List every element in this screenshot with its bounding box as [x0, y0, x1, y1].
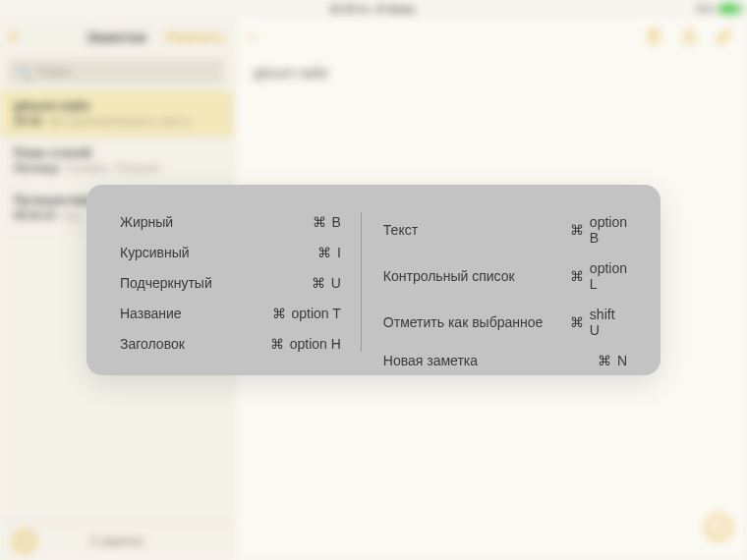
- shortcut-keys: ⌘N: [598, 353, 627, 368]
- note-list-item[interactable]: gitsum-radix20:36Нет дополнительного тек…: [0, 90, 233, 138]
- note-item-subtitle: 20:36Нет дополнительного текста: [14, 115, 219, 127]
- editor-header: ↕: [234, 18, 747, 55]
- shortcut-label: Подчеркнутый: [120, 275, 267, 291]
- shortcut-label: Жирный: [120, 214, 267, 230]
- edit-button[interactable]: Изменить: [165, 29, 223, 44]
- shortcut-label: Новая заметка: [383, 353, 570, 368]
- shortcut-keys: ⌘B: [313, 214, 341, 230]
- shortcut-row: Текст⌘option B: [383, 214, 627, 246]
- note-item-title: План статей: [14, 145, 219, 160]
- shortcut-key: shift U: [590, 307, 627, 338]
- note-item-subtitle: ПятницаТелефон. Планшет: [14, 162, 219, 174]
- shortcut-keys: ⌘option T: [272, 306, 341, 321]
- shortcut-row: Заголовок⌘option H: [120, 336, 341, 352]
- shortcut-row: Контрольный список⌘option L: [383, 260, 627, 292]
- shortcut-row: Отметить как выбранное⌘shift U: [383, 307, 627, 338]
- shortcut-key: option L: [590, 260, 627, 292]
- battery-icon: [719, 4, 741, 14]
- trash-icon[interactable]: [645, 28, 662, 45]
- sidebar-header: ‹ Заметки Изменить: [0, 18, 233, 55]
- command-key-icon: ⌘: [570, 268, 584, 284]
- new-note-fab[interactable]: [706, 515, 731, 540]
- shortcut-key: N: [617, 353, 627, 368]
- shortcut-keys: ⌘U: [312, 275, 341, 291]
- shortcuts-column-left: Жирный⌘BКурсивный⌘IПодчеркнутый⌘UНазвани…: [120, 214, 361, 350]
- shortcut-row: Подчеркнутый⌘U: [120, 275, 341, 291]
- search-input[interactable]: 🔍 Поиск: [8, 59, 225, 84]
- shortcut-keys: ⌘shift U: [570, 307, 627, 338]
- shortcut-key: U: [331, 275, 341, 291]
- command-key-icon: ⌘: [312, 275, 325, 291]
- shortcut-key: B: [332, 214, 341, 230]
- shortcut-row: Новая заметка⌘N: [383, 353, 627, 368]
- shortcut-row: Название⌘option T: [120, 306, 341, 321]
- command-key-icon: ⌘: [272, 306, 286, 321]
- shortcut-label: Текст: [383, 222, 570, 238]
- status-time: 20:39 пн. 15 февр.: [329, 4, 417, 15]
- notes-count: 3 заметки: [89, 534, 143, 548]
- shortcut-keys: ⌘option L: [570, 260, 627, 292]
- back-chevron-icon[interactable]: ‹: [10, 24, 17, 49]
- note-item-title: gitsum-radix: [14, 98, 219, 113]
- battery-percent: 85%: [696, 4, 716, 15]
- note-list-item[interactable]: План статейПятницаТелефон. Планшет: [0, 138, 233, 185]
- sidebar-footer: + 3 заметки: [0, 521, 233, 560]
- command-key-icon: ⌘: [598, 353, 611, 368]
- command-key-icon: ⌘: [570, 222, 584, 238]
- note-text: gitsum-radix: [254, 65, 328, 81]
- shortcut-label: Заголовок: [120, 336, 267, 352]
- command-key-icon: ⌘: [317, 245, 331, 260]
- shortcut-key: option B: [590, 214, 627, 246]
- status-right: 85%: [696, 4, 741, 15]
- sidebar-title: Заметки: [86, 28, 146, 45]
- search-placeholder: Поиск: [37, 65, 70, 79]
- shortcut-label: Курсивный: [120, 245, 267, 260]
- search-icon: 🔍: [16, 65, 31, 80]
- note-body[interactable]: gitsum-radix: [234, 55, 747, 90]
- shortcut-row: Жирный⌘B: [120, 214, 341, 230]
- command-key-icon: ⌘: [570, 314, 584, 330]
- shortcuts-column-right: Текст⌘option BКонтрольный список⌘option …: [362, 214, 627, 350]
- shortcut-key: option T: [292, 306, 341, 321]
- share-icon[interactable]: [680, 28, 698, 45]
- shortcut-keys: ⌘I: [317, 245, 341, 260]
- shortcut-key: I: [337, 245, 341, 260]
- shortcut-label: Контрольный список: [383, 268, 570, 284]
- new-folder-button[interactable]: +: [14, 531, 35, 552]
- plus-icon: +: [21, 532, 29, 549]
- shortcut-keys: ⌘option B: [570, 214, 627, 246]
- status-bar: 20:39 пн. 15 февр. 85%: [0, 0, 747, 18]
- shortcut-key: option H: [290, 336, 341, 352]
- shortcut-label: Название: [120, 306, 267, 321]
- shortcut-keys: ⌘option H: [270, 336, 341, 352]
- shortcut-row: Курсивный⌘I: [120, 245, 341, 260]
- command-key-icon: ⌘: [313, 214, 326, 230]
- command-key-icon: ⌘: [270, 336, 284, 352]
- swap-icon[interactable]: ↕: [248, 28, 256, 45]
- compose-icon[interactable]: [716, 28, 733, 45]
- keyboard-shortcuts-overlay: Жирный⌘BКурсивный⌘IПодчеркнутый⌘UНазвани…: [86, 185, 661, 375]
- shortcut-label: Отметить как выбранное: [383, 314, 570, 330]
